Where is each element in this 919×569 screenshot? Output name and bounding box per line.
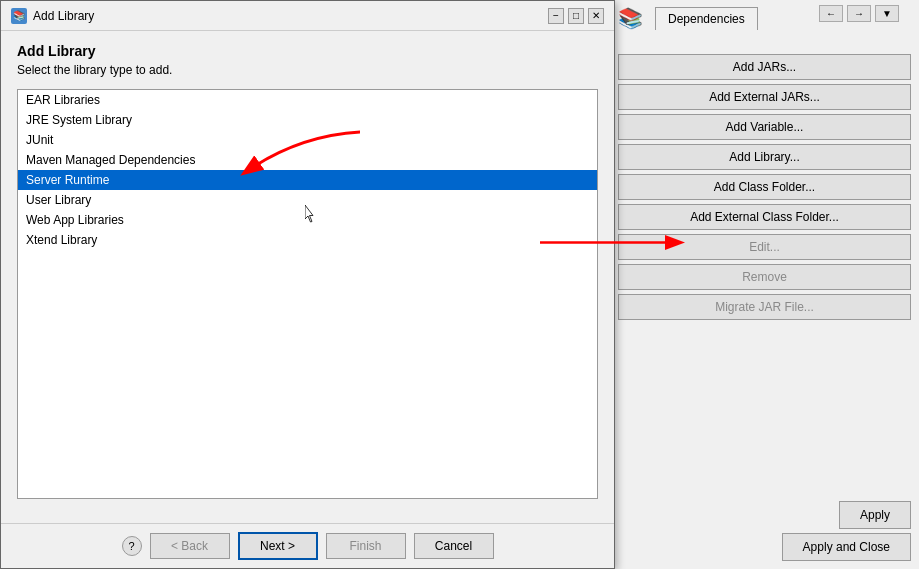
next-button[interactable]: Next > xyxy=(238,532,318,560)
apply-close-section: Apply and Close xyxy=(782,533,911,561)
dialog-heading: Add Library xyxy=(17,43,598,59)
remove-button[interactable]: Remove xyxy=(618,264,911,290)
right-buttons-container: Add JARs... Add External JARs... Add Var… xyxy=(610,46,919,328)
arrow-annotation-right xyxy=(530,225,710,260)
library-icon: 📚 xyxy=(618,6,643,30)
add-library-button[interactable]: Add Library... xyxy=(618,144,911,170)
migrate-jar-button[interactable]: Migrate JAR File... xyxy=(618,294,911,320)
list-item[interactable]: EAR Libraries xyxy=(18,90,597,110)
finish-button[interactable]: Finish xyxy=(326,533,406,559)
add-external-jars-button[interactable]: Add External JARs... xyxy=(618,84,911,110)
right-panel: ← → ▼ 📚 Dependencies Add JARs... Add Ext… xyxy=(609,0,919,569)
help-button[interactable]: ? xyxy=(122,536,142,556)
dropdown-toolbar-btn[interactable]: ▼ xyxy=(875,5,899,22)
list-item[interactable]: Maven Managed Dependencies xyxy=(18,150,597,170)
close-button[interactable]: ✕ xyxy=(588,8,604,24)
add-class-folder-button[interactable]: Add Class Folder... xyxy=(618,174,911,200)
minimize-button[interactable]: − xyxy=(548,8,564,24)
add-jars-button[interactable]: Add JARs... xyxy=(618,54,911,80)
dialog-title-text: Add Library xyxy=(33,9,94,23)
dialog-icon: 📚 xyxy=(11,8,27,24)
add-library-dialog: 📚 Add Library − □ ✕ Add Library Select t… xyxy=(0,0,615,569)
dialog-subtitle: Select the library type to add. xyxy=(17,63,598,77)
toolbar-top: ← → ▼ xyxy=(819,5,899,22)
dialog-titlebar: 📚 Add Library − □ ✕ xyxy=(1,1,614,31)
apply-button[interactable]: Apply xyxy=(839,501,911,529)
title-controls: − □ ✕ xyxy=(548,8,604,24)
maximize-button[interactable]: □ xyxy=(568,8,584,24)
list-item[interactable]: Xtend Library xyxy=(18,230,597,250)
dialog-content: Add Library Select the library type to a… xyxy=(1,31,614,523)
dialog-title-left: 📚 Add Library xyxy=(11,8,94,24)
forward-toolbar-btn[interactable]: → xyxy=(847,5,871,22)
list-item[interactable]: JRE System Library xyxy=(18,110,597,130)
apply-section: Apply xyxy=(839,501,911,529)
list-item[interactable]: User Library xyxy=(18,190,597,210)
add-variable-button[interactable]: Add Variable... xyxy=(618,114,911,140)
list-item[interactable]: Server Runtime xyxy=(18,170,597,190)
list-item[interactable]: JUnit xyxy=(18,130,597,150)
back-button[interactable]: < Back xyxy=(150,533,230,559)
back-toolbar-btn[interactable]: ← xyxy=(819,5,843,22)
list-item[interactable]: Web App Libraries xyxy=(18,210,597,230)
apply-and-close-button[interactable]: Apply and Close xyxy=(782,533,911,561)
library-list[interactable]: EAR LibrariesJRE System LibraryJUnitMave… xyxy=(17,89,598,499)
dialog-footer: ? < Back Next > Finish Cancel xyxy=(1,523,614,568)
cancel-button[interactable]: Cancel xyxy=(414,533,494,559)
dependencies-tab[interactable]: Dependencies xyxy=(655,7,758,30)
